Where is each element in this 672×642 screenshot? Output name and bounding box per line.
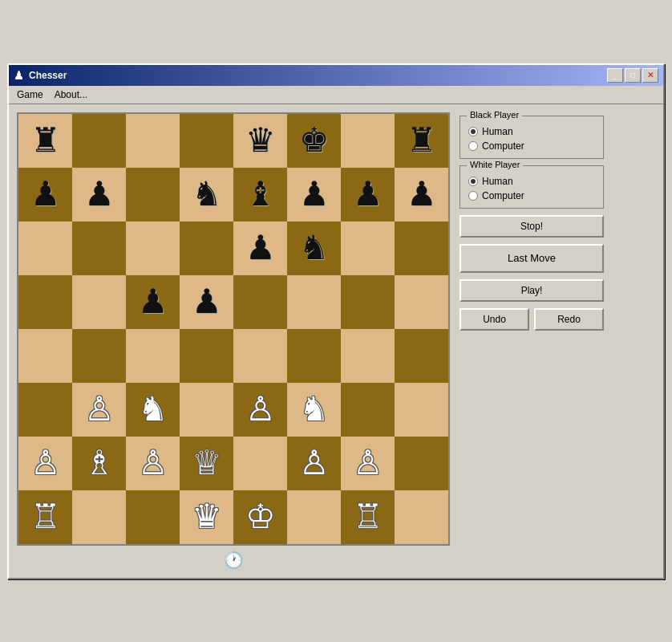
cell-5-3[interactable]	[180, 383, 233, 437]
cell-3-4[interactable]	[233, 275, 287, 329]
cell-6-7[interactable]	[395, 437, 448, 490]
cell-5-6[interactable]	[341, 383, 395, 437]
white-computer-option[interactable]: Computer	[468, 190, 595, 201]
last-move-button[interactable]: Last Move	[459, 244, 604, 273]
cell-6-5[interactable]: ♙	[287, 437, 341, 490]
cell-4-0[interactable]	[18, 329, 72, 383]
clock-area: 🕐	[224, 551, 244, 570]
title-bar-left: ♟ Chesser	[14, 69, 67, 82]
cell-0-1[interactable]	[72, 114, 126, 168]
cell-7-4[interactable]: ♔	[233, 490, 287, 544]
menu-about[interactable]: About...	[50, 87, 92, 102]
cell-1-7[interactable]: ♟	[395, 168, 448, 221]
piece-black-0-0: ♜	[30, 124, 61, 157]
cell-4-5[interactable]	[287, 329, 341, 383]
cell-5-2[interactable]: ♞	[126, 383, 180, 437]
piece-black-2-4: ♟	[245, 231, 276, 265]
undo-button[interactable]: Undo	[459, 308, 529, 331]
cell-0-7[interactable]: ♜	[395, 114, 448, 168]
cell-4-4[interactable]	[233, 329, 287, 383]
cell-0-6[interactable]	[341, 114, 395, 168]
cell-1-5[interactable]: ♟	[287, 168, 341, 221]
cell-0-3[interactable]	[180, 114, 233, 168]
cell-5-7[interactable]	[395, 383, 448, 437]
cell-0-2[interactable]	[126, 114, 180, 168]
cell-2-1[interactable]	[72, 221, 126, 275]
maximize-button[interactable]: □	[625, 68, 641, 83]
cell-4-2[interactable]	[126, 329, 180, 383]
cell-2-7[interactable]	[395, 221, 448, 275]
cell-0-4[interactable]: ♛	[233, 114, 287, 168]
piece-black-2-5: ♞	[299, 231, 330, 265]
close-button[interactable]: ✕	[642, 68, 658, 83]
cell-2-6[interactable]	[341, 221, 395, 275]
black-human-radio[interactable]	[468, 127, 478, 136]
black-computer-option[interactable]: Computer	[468, 140, 595, 152]
cell-2-5[interactable]: ♞	[287, 221, 341, 275]
piece-black-1-7: ♟	[407, 177, 437, 211]
cell-7-2[interactable]	[126, 490, 180, 544]
piece-white-6-0: ♙	[30, 446, 61, 480]
cell-1-2[interactable]	[126, 168, 180, 221]
cell-5-5[interactable]: ♞	[287, 383, 341, 437]
cell-1-6[interactable]: ♟	[341, 168, 395, 221]
stop-button[interactable]: Stop!	[459, 215, 604, 238]
cell-3-5[interactable]	[287, 275, 341, 329]
cell-6-1[interactable]: ♗	[72, 437, 126, 490]
cell-7-1[interactable]	[72, 490, 126, 544]
cell-2-0[interactable]	[18, 221, 72, 275]
piece-black-1-1: ♟	[84, 177, 115, 211]
black-player-label: Black Player	[467, 110, 522, 120]
piece-white-7-0: ♖	[30, 500, 61, 534]
piece-black-1-6: ♟	[353, 177, 383, 211]
cell-1-4[interactable]: ♝	[233, 168, 287, 221]
cell-4-7[interactable]	[395, 329, 448, 383]
right-panel: Black Player Human Computer White Player	[459, 112, 604, 570]
cell-6-6[interactable]: ♙	[341, 437, 395, 490]
menu-game[interactable]: Game	[12, 87, 48, 102]
cell-6-2[interactable]: ♙	[126, 437, 180, 490]
cell-1-1[interactable]: ♟	[72, 168, 126, 221]
cell-2-3[interactable]	[180, 221, 233, 275]
cell-0-0[interactable]: ♜	[18, 114, 72, 168]
cell-3-6[interactable]	[341, 275, 395, 329]
cell-2-2[interactable]	[126, 221, 180, 275]
cell-7-5[interactable]	[287, 490, 341, 544]
chess-board[interactable]: ♜♛♚♜♟♟♞♝♟♟♟♟♞♟♟♙♞♙♞♙♗♙♕♙♙♖♛♔♖	[17, 112, 450, 546]
play-button[interactable]: Play!	[459, 279, 604, 302]
white-player-label: White Player	[467, 160, 523, 169]
cell-3-2[interactable]: ♟	[126, 275, 180, 329]
cell-4-1[interactable]	[72, 329, 126, 383]
cell-3-0[interactable]	[18, 275, 72, 329]
cell-2-4[interactable]: ♟	[233, 221, 287, 275]
piece-black-0-4: ♛	[245, 124, 276, 157]
black-human-option[interactable]: Human	[468, 126, 595, 137]
cell-3-1[interactable]	[72, 275, 126, 329]
title-buttons: _ □ ✕	[607, 68, 658, 83]
cell-3-3[interactable]: ♟	[180, 275, 233, 329]
cell-1-0[interactable]: ♟	[18, 168, 72, 221]
black-computer-radio[interactable]	[468, 141, 478, 151]
white-computer-radio[interactable]	[468, 191, 478, 201]
piece-white-6-2: ♙	[138, 446, 168, 480]
cell-4-3[interactable]	[180, 329, 233, 383]
redo-button[interactable]: Redo	[534, 308, 604, 331]
white-human-radio[interactable]	[468, 177, 478, 186]
clock-icon: 🕐	[224, 551, 244, 569]
cell-5-4[interactable]: ♙	[233, 383, 287, 437]
white-human-option[interactable]: Human	[468, 176, 595, 187]
cell-1-3[interactable]: ♞	[180, 168, 233, 221]
cell-7-0[interactable]: ♖	[18, 490, 72, 544]
cell-7-3[interactable]: ♛	[180, 490, 233, 544]
cell-4-6[interactable]	[341, 329, 395, 383]
minimize-button[interactable]: _	[607, 68, 623, 83]
cell-0-5[interactable]: ♚	[287, 114, 341, 168]
cell-5-1[interactable]: ♙	[72, 383, 126, 437]
cell-3-7[interactable]	[395, 275, 448, 329]
cell-5-0[interactable]	[18, 383, 72, 437]
cell-6-0[interactable]: ♙	[18, 437, 72, 490]
cell-7-7[interactable]	[395, 490, 448, 544]
cell-6-4[interactable]	[233, 437, 287, 490]
cell-7-6[interactable]: ♖	[341, 490, 395, 544]
cell-6-3[interactable]: ♕	[180, 437, 233, 490]
